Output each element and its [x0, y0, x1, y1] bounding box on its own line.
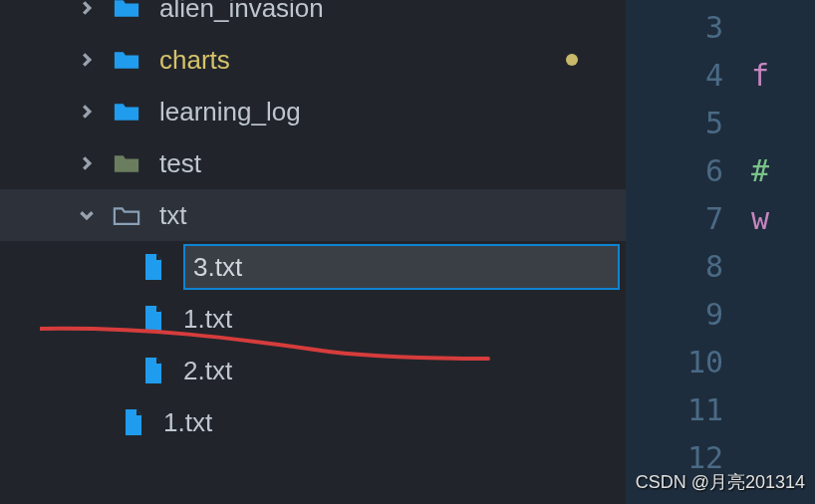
tree-row-file[interactable]: 1.txt — [34, 293, 626, 345]
file-label: 1.txt — [183, 304, 232, 335]
chevron-down-icon — [78, 206, 96, 224]
file-label: 1.txt — [163, 407, 212, 438]
code-area[interactable]: f # w — [743, 0, 815, 504]
line-number: 5 — [626, 100, 743, 147]
folder-icon — [112, 151, 141, 175]
chevron-right-icon — [78, 51, 96, 69]
folder-icon — [112, 100, 141, 124]
file-label: 2.txt — [183, 356, 232, 386]
watermark: CSDN @月亮201314 — [636, 470, 805, 494]
line-number: 8 — [626, 243, 743, 291]
line-number: 4 — [626, 52, 743, 100]
code-token: # — [751, 147, 769, 195]
editor-pane: 3 4 5 6 7 8 9 10 11 12 f # w — [626, 0, 815, 504]
folder-label: learning_log — [159, 97, 301, 127]
line-number: 7 — [626, 195, 743, 243]
line-number: 11 — [626, 386, 743, 434]
line-number: 3 — [626, 4, 743, 52]
chevron-right-icon — [78, 0, 96, 17]
file-explorer-sidebar: alien_invasion charts learning_log test … — [0, 0, 626, 504]
tree-row-test[interactable]: test — [34, 137, 626, 189]
file-icon — [141, 252, 165, 282]
folder-icon — [112, 0, 141, 20]
tree-row-file[interactable]: 1.txt — [34, 396, 626, 448]
file-icon — [141, 304, 165, 334]
tree-row-txt[interactable]: txt — [0, 189, 626, 241]
rename-input[interactable] — [183, 244, 620, 290]
folder-label: test — [159, 148, 201, 179]
tree-row-rename[interactable] — [34, 241, 626, 293]
folder-label: txt — [159, 200, 186, 231]
file-icon — [141, 356, 165, 385]
folder-open-icon — [112, 203, 141, 227]
code-token: f — [751, 52, 769, 100]
chevron-right-icon — [78, 103, 96, 121]
file-icon — [122, 407, 145, 437]
folder-icon — [112, 48, 141, 72]
chevron-right-icon — [78, 154, 96, 172]
code-token: w — [751, 195, 769, 243]
folder-label: alien_invasion — [159, 0, 324, 24]
tree-row-file[interactable]: 2.txt — [34, 345, 626, 396]
line-number-gutter: 3 4 5 6 7 8 9 10 11 12 — [626, 0, 743, 504]
tree-row-learning-log[interactable]: learning_log — [34, 86, 626, 137]
line-number: 6 — [626, 147, 743, 195]
line-number: 10 — [626, 339, 743, 386]
tree-row-alien-invasion[interactable]: alien_invasion — [34, 0, 626, 34]
folder-label: charts — [159, 45, 230, 76]
modified-indicator-icon — [566, 54, 578, 66]
tree-row-charts[interactable]: charts — [34, 34, 626, 86]
line-number: 9 — [626, 291, 743, 339]
